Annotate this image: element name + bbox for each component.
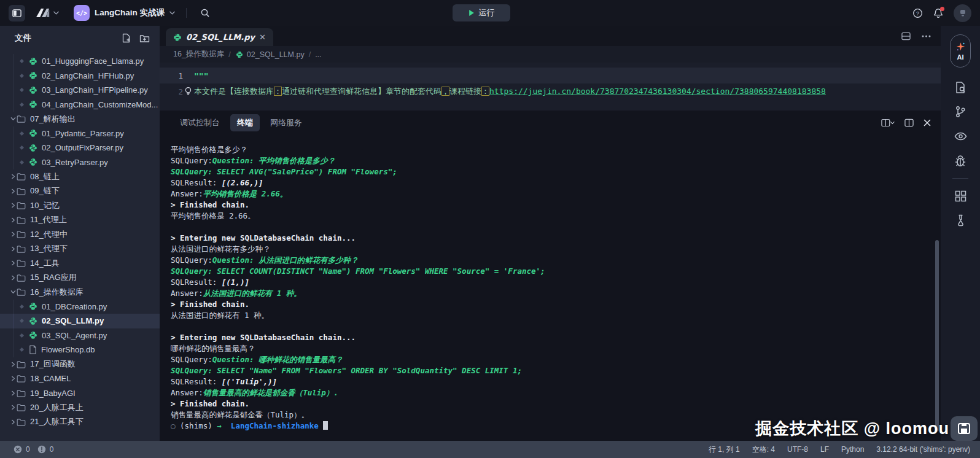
help-icon[interactable]: ? xyxy=(912,8,923,18)
tree-file-item[interactable]: 01_DBCreation.py xyxy=(0,300,160,314)
breadcrumb-item[interactable]: 02_SQL_LLM.py xyxy=(235,50,305,59)
status-item[interactable]: 空格: 4 xyxy=(752,444,775,455)
code-line[interactable]: 2本文件是【连接数据库：通过链和代理查询鲜花信息】章节的配套代码，课程链接：ht… xyxy=(160,83,941,99)
lab-flask-icon[interactable] xyxy=(953,213,968,228)
bullet-icon xyxy=(20,160,24,165)
status-item[interactable]: Python xyxy=(841,445,864,454)
more-actions-icon[interactable] xyxy=(922,35,931,37)
folder-icon xyxy=(17,216,26,224)
editor-tab-02-sql-llm[interactable]: 02_SQL_LLM.py ✕ xyxy=(166,28,273,46)
code-editor[interactable]: 1"""2本文件是【连接数据库：通过链和代理查询鲜花信息】章节的配套代码，课程链… xyxy=(160,63,941,111)
panel-tab[interactable]: 网络服务 xyxy=(263,114,309,131)
tree-folder-item[interactable]: 11_代理上 xyxy=(0,213,160,228)
debug-icon[interactable] xyxy=(953,153,968,168)
tree-file-item[interactable]: 03_LangChain_HFPipeline.py xyxy=(0,83,160,98)
folder-icon xyxy=(17,418,26,426)
tree-folder-item[interactable]: 14_工具 xyxy=(0,256,160,271)
terminal-line xyxy=(171,222,941,233)
source-control-icon[interactable] xyxy=(953,104,968,119)
tree-file-item[interactable]: 03_RetryParser.py xyxy=(0,155,160,170)
chevron-icon xyxy=(9,231,17,237)
terminal-line xyxy=(171,321,941,332)
explorer-title: 文件 xyxy=(15,33,122,44)
code-segment: ： xyxy=(481,87,489,96)
terminal-line: SQLQuery: SELECT COUNT(DISTINCT "Name") … xyxy=(171,266,941,277)
lightbulb-icon[interactable] xyxy=(184,87,192,96)
watermark-badge xyxy=(951,416,978,441)
tree-folder-item[interactable]: 16_操作数据库 xyxy=(0,285,160,300)
tree-folder-item[interactable]: 21_人脉工具下 xyxy=(0,415,160,430)
code-segment: """ xyxy=(194,71,208,80)
terminal-text: Answer: xyxy=(171,289,203,298)
tree-folder-item[interactable]: 15_RAG应用 xyxy=(0,271,160,285)
problems-indicator[interactable]: 0 0 xyxy=(14,445,57,454)
tree-file-item[interactable]: 03_SQL_Agent.py xyxy=(0,328,160,343)
breadcrumb-label: ... xyxy=(315,50,321,59)
terminal-text: [('Tulip',)] xyxy=(222,377,277,386)
tree-folder-item[interactable]: 07_解析输出 xyxy=(0,112,160,126)
folder-icon xyxy=(17,201,26,209)
tree-folder-item[interactable]: 19_BabyAGI xyxy=(0,386,160,401)
tree-folder-item[interactable]: 12_代理中 xyxy=(0,227,160,242)
tree-folder-item[interactable]: 09_链下 xyxy=(0,184,160,199)
split-editor-icon[interactable] xyxy=(901,32,911,41)
panel-tab[interactable]: 调试控制台 xyxy=(173,114,227,131)
terminal-output[interactable]: 平均销售价格是多少？SQLQuery:Question: 平均销售价格是多少？S… xyxy=(160,134,941,441)
tree-folder-item[interactable]: 20_人脉工具上 xyxy=(0,400,160,415)
tree-folder-item[interactable]: 10_记忆 xyxy=(0,198,160,213)
status-item[interactable]: 行 1, 列 1 xyxy=(709,444,740,455)
tree-folder-item[interactable]: 08_链上 xyxy=(0,169,160,184)
breadcrumb-item[interactable]: ... xyxy=(315,50,321,59)
chevron-icon xyxy=(9,203,17,208)
tree-file-item[interactable]: 01_Pydantic_Parser.py xyxy=(0,126,160,141)
tree-folder-item[interactable]: 17_回调函数 xyxy=(0,357,160,372)
bullet-icon xyxy=(20,88,24,92)
tree-file-item[interactable]: 04_LangChain_CustomizeMod... xyxy=(0,98,160,112)
split-panel-icon[interactable] xyxy=(904,118,914,127)
chevron-icon xyxy=(9,289,17,295)
run-button[interactable]: 运行 xyxy=(453,4,510,21)
app-logo-menu[interactable] xyxy=(35,7,59,18)
search-icon[interactable] xyxy=(200,8,210,18)
preview-eye-icon[interactable] xyxy=(953,129,968,144)
project-selector[interactable]: </> LangChain 实战课 xyxy=(74,5,175,21)
ai-assistant-button[interactable]: AI xyxy=(950,34,971,68)
tree-item-label: 17_回调函数 xyxy=(30,359,76,370)
split-terminal-dropdown-icon[interactable] xyxy=(881,118,895,127)
close-panel-icon[interactable] xyxy=(924,119,931,126)
file-search-icon[interactable] xyxy=(953,80,968,95)
code-line[interactable]: 1""" xyxy=(160,68,941,83)
notifications-bell-icon[interactable] xyxy=(933,8,943,18)
extensions-icon[interactable] xyxy=(953,188,968,203)
terminal-text: SQLResult: xyxy=(171,377,222,386)
tree-item-label: 07_解析输出 xyxy=(30,114,76,125)
python-file-icon xyxy=(236,51,243,58)
top-bar: </> LangChain 实战课 运行 ? xyxy=(0,0,980,26)
tree-folder-item[interactable]: 13_代理下 xyxy=(0,242,160,257)
sidebar-toggle-button[interactable] xyxy=(9,5,25,21)
status-item[interactable]: 3.12.2 64-bit ('shims': pyenv) xyxy=(876,445,970,454)
user-avatar[interactable] xyxy=(954,4,971,22)
tree-folder-item[interactable]: 18_CAMEL xyxy=(0,371,160,386)
breadcrumb-item[interactable]: 16_操作数据库 xyxy=(173,49,224,60)
play-icon xyxy=(469,9,475,17)
tree-item-label: 11_代理上 xyxy=(30,214,67,225)
close-tab-icon[interactable]: ✕ xyxy=(259,33,266,41)
panel-tab[interactable]: 终端 xyxy=(230,114,260,131)
tree-item-label: FlowerShop.db xyxy=(41,345,95,354)
tree-file-item[interactable]: FlowerShop.db xyxy=(0,343,160,357)
new-folder-icon[interactable] xyxy=(139,33,150,43)
terminal-line: SQLResult: [('Tulip',)] xyxy=(171,376,941,387)
tree-file-item[interactable]: 02_OutputFixParser.py xyxy=(0,141,160,155)
tree-file-item[interactable]: 02_LangChain_HFHub.py xyxy=(0,69,160,83)
terminal-text: > Finished chain. xyxy=(171,399,249,408)
breadcrumb-label: 16_操作数据库 xyxy=(173,49,224,60)
code-link[interactable]: https://juejin.cn/book/73877023474361303… xyxy=(489,87,826,96)
status-item[interactable]: UTF-8 xyxy=(787,445,808,454)
terminal-text: SQLQuery: SELECT "Name" FROM "Flowers" O… xyxy=(171,366,522,375)
terminal-scrollbar[interactable] xyxy=(935,240,939,432)
tree-file-item[interactable]: 01_HugggingFace_Llama.py xyxy=(0,54,160,69)
tree-file-item[interactable]: 02_SQL_LLM.py xyxy=(0,314,160,328)
new-file-icon[interactable] xyxy=(122,33,131,43)
status-item[interactable]: LF xyxy=(820,445,829,454)
